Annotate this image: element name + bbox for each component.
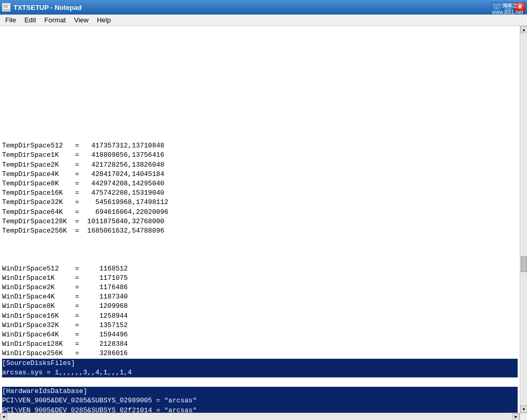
scroll-up-button[interactable]: ▲ — [520, 26, 527, 33]
editor-line: TempDirSpace128K = 1011875840,32768000 — [2, 217, 518, 226]
editor-line — [2, 377, 518, 387]
editor-line: WinDirSpace4K = 1187340 — [2, 292, 518, 302]
editor-line: WinDirSpace64K = 1594496 — [2, 330, 518, 340]
editor-line: PCI\VEN_9005&DEV_0285&SUBSYS_02f21014 = … — [2, 406, 518, 413]
editor-line — [2, 132, 518, 141]
editor-line: WinDirSpace128K = 2128384 — [2, 340, 518, 349]
editor-line — [2, 57, 518, 66]
editor-line: TempDirSpace4K = 428417024,14045184 — [2, 170, 518, 179]
svg-rect-1 — [3, 4, 9, 9]
editor-line: TempDirSpace512 = 417357312,13710848 — [2, 141, 518, 151]
title-bar: TXTSETUP - Notepad – □ ✕ 脚本之家 www.jb51.n… — [0, 0, 527, 15]
editor-line: WinDirSpace1K = 1171075 — [2, 274, 518, 283]
scrollbar-vertical[interactable]: ▲ ▼ — [520, 26, 527, 413]
menu-item-format[interactable]: Format — [40, 15, 70, 25]
scrollbar-horizontal[interactable]: ◀ ▶ — [0, 413, 520, 420]
editor-line: WinDirSpace512 = 1168512 — [2, 264, 518, 274]
editor-line: [HardwareIdsDatabase] — [2, 387, 518, 396]
watermark: 脚本之家 www.jb51.net — [492, 2, 523, 16]
editor-line: [SourceDisksFiles] — [2, 359, 518, 368]
scroll-down-button[interactable]: ▼ — [520, 405, 527, 413]
title-text: TXTSETUP - Notepad — [14, 4, 82, 11]
scroll-track-vertical[interactable] — [520, 33, 527, 405]
menu-item-help[interactable]: Help — [93, 15, 115, 25]
editor-line — [2, 75, 518, 85]
editor-line: TempDirSpace8K = 442974208,14295040 — [2, 179, 518, 188]
editor-line: arcsas.sys = 1,,,,,,3,,4,1,,,1,4 — [2, 368, 518, 377]
scroll-right-button[interactable]: ▶ — [512, 413, 520, 421]
editor-content[interactable]: TempDirSpace512 = 417357312,13710848Temp… — [0, 26, 520, 413]
editor-line: PCI\VEN_9005&DEV_0285&SUBSYS_02989005 = … — [2, 396, 518, 405]
menu-item-file[interactable]: File — [1, 15, 20, 25]
editor-line — [2, 255, 518, 264]
editor-line — [2, 104, 518, 113]
app-icon — [2, 3, 10, 11]
editor-line — [2, 94, 518, 103]
editor-line — [2, 66, 518, 75]
editor-line: TempDirSpace2K = 421728256,13826048 — [2, 160, 518, 170]
editor-line: TempDirSpace64K = 694616064,22020096 — [2, 208, 518, 217]
scrollbar-corner — [520, 413, 527, 420]
editor-line: TempDirSpace1K = 418809856,13756416 — [2, 151, 518, 160]
editor-line: TempDirSpace32K = 545619968,17498112 — [2, 198, 518, 207]
editor-line: WinDirSpace32K = 1357152 — [2, 321, 518, 330]
editor-line: WinDirSpace16K = 1258944 — [2, 311, 518, 321]
editor-line: WinDirSpace256K = 3286016 — [2, 349, 518, 358]
editor-line — [2, 123, 518, 132]
editor-container: TempDirSpace512 = 417357312,13710848Temp… — [0, 26, 527, 420]
editor-line — [2, 245, 518, 254]
editor-line — [2, 113, 518, 123]
menu-item-view[interactable]: View — [70, 15, 93, 25]
scroll-left-button[interactable]: ◀ — [0, 413, 7, 421]
editor-line — [2, 236, 518, 245]
editor-line: TempDirSpace256K = 1685061632,54788096 — [2, 226, 518, 236]
editor-line: TempDirSpace16K = 475742208,15319040 — [2, 188, 518, 198]
editor-line — [2, 47, 518, 56]
editor-line: WinDirSpace2K = 1176486 — [2, 283, 518, 292]
title-left: TXTSETUP - Notepad — [2, 3, 82, 11]
scroll-track-horizontal[interactable] — [7, 414, 512, 420]
editor-line: WinDirSpace8K = 1209968 — [2, 302, 518, 311]
menu-bar: FileEditFormatViewHelp — [0, 15, 527, 26]
scroll-thumb-vertical[interactable] — [521, 256, 527, 272]
editor-line — [2, 85, 518, 94]
menu-item-edit[interactable]: Edit — [20, 15, 40, 25]
